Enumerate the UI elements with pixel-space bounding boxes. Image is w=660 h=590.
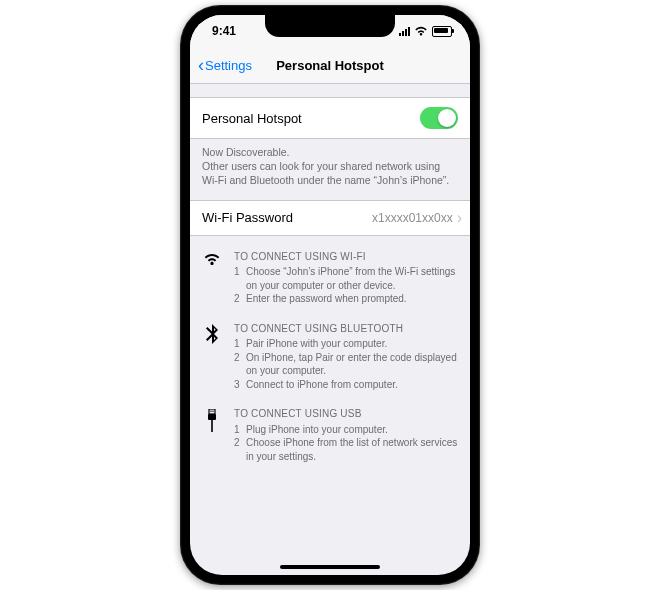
footer-line1: Now Discoverable. [202, 145, 458, 159]
instr-wifi-step2: Enter the password when prompted. [246, 292, 407, 306]
back-button[interactable]: ‹ Settings [198, 56, 252, 74]
footer-line2: Other users can look for your shared net… [202, 159, 458, 187]
hotspot-switch[interactable] [420, 107, 458, 129]
instructions: To connect using Wi-Fi 1Choose “John’s i… [190, 236, 470, 464]
hotspot-toggle-row[interactable]: Personal Hotspot [190, 97, 470, 139]
svg-rect-3 [208, 414, 216, 420]
hotspot-toggle-label: Personal Hotspot [202, 111, 302, 126]
svg-rect-2 [213, 411, 214, 413]
battery-icon [432, 26, 452, 37]
wifi-password-value: x1xxxx01xx0xx [372, 211, 453, 225]
wifi-icon [414, 26, 428, 36]
svg-rect-0 [209, 409, 215, 414]
signal-icon [399, 26, 410, 36]
chevron-right-icon: › [457, 210, 462, 226]
back-label: Settings [205, 58, 252, 73]
instr-usb: To connect using USB 1Plug iPhone into y… [202, 407, 458, 463]
phone-frame: 9:41 ‹ Settings Personal Hotspot Persona… [180, 5, 480, 585]
svg-rect-4 [211, 420, 213, 432]
instr-usb-step2: Choose iPhone from the list of network s… [246, 436, 458, 463]
chevron-left-icon: ‹ [198, 56, 204, 74]
hotspot-footer: Now Discoverable. Other users can look f… [190, 139, 470, 200]
content: Personal Hotspot Now Discoverable. Other… [190, 83, 470, 575]
status-time: 9:41 [212, 24, 236, 38]
instr-wifi-title: To connect using Wi-Fi [234, 250, 458, 264]
usb-icon [202, 407, 222, 463]
screen: 9:41 ‹ Settings Personal Hotspot Persona… [190, 15, 470, 575]
instr-bluetooth: To connect using Bluetooth 1Pair iPhone … [202, 322, 458, 392]
instr-bt-title: To connect using Bluetooth [234, 322, 458, 336]
wifi-icon [202, 250, 222, 306]
home-indicator[interactable] [280, 565, 380, 569]
wifi-password-row[interactable]: Wi-Fi Password x1xxxx01xx0xx › [190, 200, 470, 236]
svg-rect-1 [211, 411, 212, 413]
instr-bt-step3: Connect to iPhone from computer. [246, 378, 398, 392]
instr-wifi: To connect using Wi-Fi 1Choose “John’s i… [202, 250, 458, 306]
bluetooth-icon [202, 322, 222, 392]
instr-wifi-step1: Choose “John’s iPhone” from the Wi-Fi se… [246, 265, 458, 292]
notch [265, 15, 395, 37]
nav-bar: ‹ Settings Personal Hotspot [190, 47, 470, 84]
instr-usb-step1: Plug iPhone into your computer. [246, 423, 388, 437]
status-right [399, 26, 452, 37]
instr-usb-title: To connect using USB [234, 407, 458, 421]
instr-bt-step1: Pair iPhone with your computer. [246, 337, 387, 351]
wifi-password-label: Wi-Fi Password [202, 210, 372, 225]
instr-bt-step2: On iPhone, tap Pair or enter the code di… [246, 351, 458, 378]
